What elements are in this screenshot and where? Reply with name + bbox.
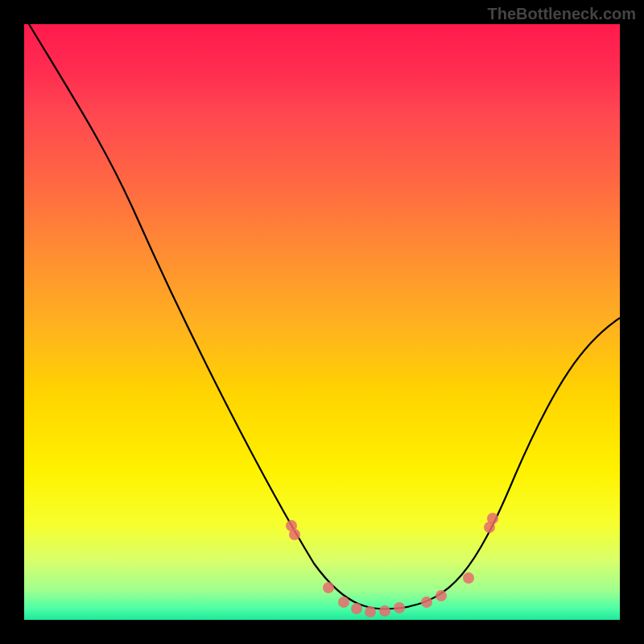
marker-dot — [379, 605, 390, 617]
marker-dot — [421, 597, 432, 608]
attribution-text: TheBottleneck.com — [488, 5, 636, 23]
marker-group — [286, 513, 498, 617]
bottleneck-curve — [24, 24, 620, 609]
marker-dot — [365, 606, 376, 617]
marker-dot — [463, 572, 474, 584]
marker-dot — [436, 590, 447, 601]
chart-frame — [24, 24, 620, 620]
chart-svg — [24, 24, 620, 620]
marker-dot — [487, 513, 498, 524]
marker-dot — [289, 529, 300, 540]
marker-dot — [323, 582, 334, 593]
marker-dot — [351, 603, 362, 614]
marker-dot — [338, 597, 349, 608]
marker-dot — [394, 602, 405, 613]
